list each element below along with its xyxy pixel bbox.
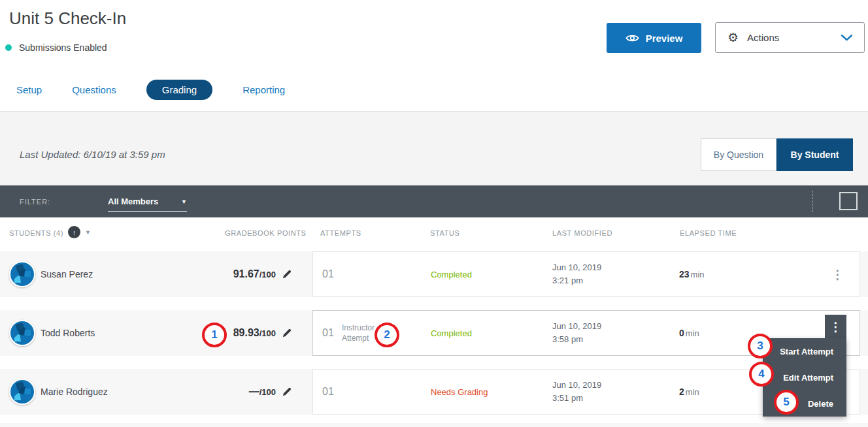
modified-time: 3:21 pm [552, 274, 601, 287]
attempt-card[interactable]: 01 Completed Jun 10, 2019 3:21 pm 23 min… [312, 251, 860, 297]
menu-item-edit-attempt[interactable]: Edit Attempt [763, 364, 846, 390]
annotation-callout-1: 1 [202, 323, 227, 347]
annotation-callout-2: 2 [375, 323, 399, 347]
elapsed-value: 23 [679, 269, 690, 279]
avatar [9, 320, 35, 346]
elapsed-unit: min [691, 270, 705, 279]
pencil-icon [282, 387, 292, 396]
gear-icon: ⚙ [727, 31, 739, 44]
status-label: Submissions Enabled [19, 42, 107, 53]
preview-label: Preview [646, 33, 683, 44]
annotation-callout-5: 5 [774, 390, 799, 415]
by-student-toggle[interactable]: By Student [776, 138, 853, 171]
points-denominator: /100 [259, 387, 276, 397]
student-row: Todd Roberts 89.93 /100 01 Instructor At… [0, 310, 868, 356]
members-filter-value: All Members [108, 197, 158, 206]
gradebook-points: 89.93 /100 [233, 327, 292, 339]
annotation-callout-4: 4 [749, 362, 774, 387]
submission-status: Submissions Enabled [5, 42, 107, 53]
dashed-divider [812, 191, 813, 212]
elapsed-value: 2 [679, 387, 684, 397]
column-header-status: STATUS [430, 229, 459, 237]
last-modified: Jun 10, 2019 3:58 pm [552, 320, 601, 346]
edit-points-button[interactable] [282, 328, 292, 338]
by-question-toggle[interactable]: By Question [701, 138, 776, 171]
last-modified: Jun 10, 2019 3:51 pm [552, 379, 601, 405]
attempt-number: 01 [322, 268, 334, 280]
header-caret-icon[interactable]: ▼ [85, 229, 91, 236]
column-header-elapsed-time: ELAPSED TIME [680, 229, 737, 237]
attempt-status: Completed [431, 328, 472, 338]
modified-time: 3:51 pm [552, 392, 601, 405]
filter-label: FILTER: [20, 198, 50, 206]
last-updated-text: Last Updated: 6/10/19 at 3:59 pm [20, 149, 165, 160]
preview-button[interactable]: Preview [607, 23, 701, 53]
edit-points-button[interactable] [282, 387, 292, 396]
kebab-menu-button-open[interactable]: ⋮ [825, 315, 846, 338]
gradebook-points: 91.67 /100 [233, 268, 292, 280]
tab-setup[interactable]: Setup [16, 80, 42, 100]
members-filter-dropdown[interactable]: All Members ▼ [108, 197, 187, 212]
eye-icon [626, 33, 639, 43]
student-name: Todd Roberts [41, 328, 95, 338]
tab-reporting[interactable]: Reporting [242, 80, 285, 100]
student-row: Marie Rodriguez — /100 01 Needs Grading … [0, 369, 868, 415]
edit-points-button[interactable] [282, 270, 292, 279]
kebab-icon: ⋮ [829, 319, 842, 334]
avatar [9, 261, 35, 287]
assessment-tabs: Setup Questions Grading Reporting [16, 80, 285, 100]
annotation-callout-3: 3 [748, 334, 773, 358]
column-header-attempts: ATTEMPTS [320, 229, 361, 237]
elapsed-time: 2 min [679, 387, 699, 397]
modified-date: Jun 10, 2019 [552, 320, 601, 333]
tab-grading[interactable]: Grading [146, 80, 212, 100]
points-value: — [249, 386, 259, 398]
elapsed-time: 23 min [679, 269, 705, 279]
actions-label: Actions [747, 32, 779, 43]
points-value: 91.67 [233, 268, 259, 280]
filter-bar: FILTER: All Members ▼ [0, 185, 868, 217]
student-name: Susan Perez [41, 269, 93, 279]
tab-questions[interactable]: Questions [72, 80, 116, 100]
attempt-number: 01 [322, 327, 334, 339]
dropdown-caret-icon: ▼ [181, 198, 187, 205]
points-value: 89.93 [233, 327, 259, 339]
kebab-menu-button[interactable]: ⋮ [831, 268, 844, 281]
gradebook-points: — /100 [249, 386, 292, 398]
table-header-row: STUDENTS (4) ↑ ▼ GRADEBOOK POINTS ATTEMP… [0, 217, 868, 251]
column-header-students: STUDENTS (4) [9, 229, 63, 237]
chevron-down-icon [841, 35, 852, 41]
view-toggle: By Question By Student [701, 138, 853, 171]
partial-row [0, 423, 868, 427]
actions-button[interactable]: ⚙ Actions [715, 22, 865, 53]
student-row: Susan Perez 91.67 /100 01 Completed Jun … [0, 251, 868, 297]
points-denominator: /100 [259, 270, 276, 279]
attempt-status: Completed [431, 270, 472, 279]
pencil-icon [282, 328, 292, 338]
last-modified: Jun 10, 2019 3:21 pm [552, 261, 601, 287]
avatar [9, 379, 35, 405]
points-denominator: /100 [259, 328, 276, 338]
column-header-gradebook-points: GRADEBOOK POINTS [225, 229, 307, 237]
grid-view-toggle-button[interactable] [839, 192, 858, 210]
elapsed-time: 0 min [679, 328, 699, 338]
pencil-icon [282, 270, 292, 279]
status-dot-icon [5, 44, 12, 51]
page-title: Unit 5 Check-In [9, 8, 126, 29]
student-name: Marie Rodriguez [41, 387, 108, 397]
elapsed-value: 0 [679, 328, 684, 338]
modified-time: 3:58 pm [552, 333, 601, 346]
attempt-status: Needs Grading [431, 387, 488, 397]
elapsed-unit: min [686, 328, 699, 338]
modified-date: Jun 10, 2019 [552, 261, 601, 274]
modified-date: Jun 10, 2019 [552, 379, 601, 392]
column-header-last-modified: LAST MODIFIED [552, 229, 612, 237]
menu-item-start-attempt[interactable]: Start Attempt [763, 338, 846, 364]
sort-ascending-icon[interactable]: ↑ [68, 226, 80, 238]
attempt-number: 01 [322, 386, 334, 398]
elapsed-unit: min [686, 387, 699, 397]
